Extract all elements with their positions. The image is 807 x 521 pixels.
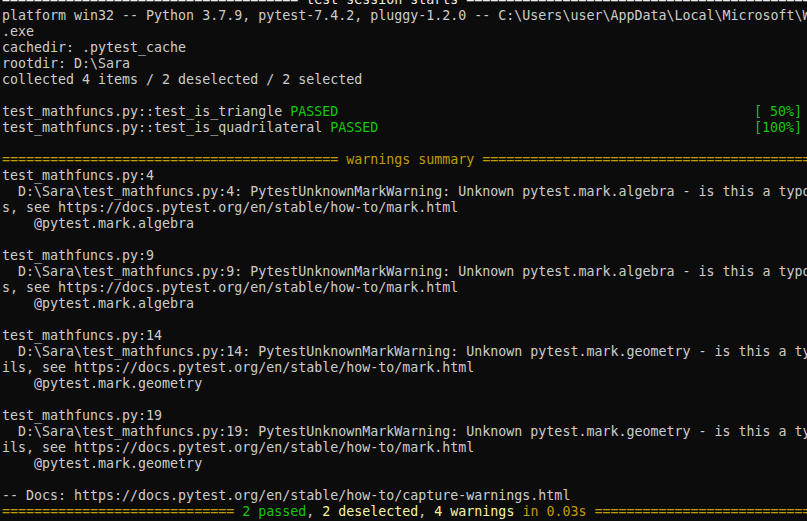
text-segment: rootdir: D:\Sara <box>2 56 130 71</box>
terminal-line: D:\Sara\test_mathfuncs.py:4: PytestUnkno… <box>2 184 807 200</box>
progress-percent: [100%] <box>754 120 802 136</box>
text-segment: PASSED <box>290 104 338 119</box>
text-segment: ils, see https://docs.pytest.org/en/stab… <box>2 440 474 455</box>
text-segment: platform win32 -- Python 3.7.9, pytest-7… <box>2 8 807 23</box>
terminal-line: @pytest.mark.algebra <box>2 296 807 312</box>
terminal-line: test_mathfuncs.py::test_is_quadrilateral… <box>2 120 807 136</box>
text-segment: test_mathfuncs.py:14 <box>2 328 162 343</box>
terminal-line: ============================= 2 passed, … <box>2 504 807 520</box>
text-segment: test_mathfuncs.py:19 <box>2 408 162 423</box>
terminal-line: test_mathfuncs.py:9 <box>2 248 807 264</box>
text-segment: in 0.03s <box>514 504 586 519</box>
terminal-line: @pytest.mark.geometry <box>2 376 807 392</box>
text-segment: D:\Sara\test_mathfuncs.py:9: PytestUnkno… <box>2 264 807 279</box>
text-segment: 2 deselected <box>322 504 418 519</box>
text-segment: ils, see https://docs.pytest.org/en/stab… <box>2 360 474 375</box>
terminal-line: @pytest.mark.algebra <box>2 216 807 232</box>
terminal-line: -- Docs: https://docs.pytest.org/en/stab… <box>2 488 807 504</box>
text-segment: ============================= <box>2 504 242 519</box>
terminal-line: cachedir: .pytest_cache <box>2 40 807 56</box>
text-segment: 2 passed <box>242 504 306 519</box>
terminal-line: ils, see https://docs.pytest.org/en/stab… <box>2 440 807 456</box>
terminal-line: test_mathfuncs.py:19 <box>2 408 807 424</box>
text-segment: test_mathfuncs.py::test_is_triangle <box>2 104 290 119</box>
text-segment: , <box>418 504 434 519</box>
terminal-line: ========================================… <box>2 152 807 168</box>
progress-percent: [ 50%] <box>754 104 802 120</box>
terminal-line: rootdir: D:\Sara <box>2 56 807 72</box>
terminal-line: D:\Sara\test_mathfuncs.py:9: PytestUnkno… <box>2 264 807 280</box>
text-segment: collected 4 items / 2 deselected / 2 sel… <box>2 72 362 87</box>
terminal-line: test_mathfuncs.py:14 <box>2 328 807 344</box>
terminal-line: s, see https://docs.pytest.org/en/stable… <box>2 280 807 296</box>
text-segment: s, see https://docs.pytest.org/en/stable… <box>2 280 458 295</box>
text-segment: -- Docs: https://docs.pytest.org/en/stab… <box>2 488 570 503</box>
text-segment: @pytest.mark.geometry <box>2 456 202 471</box>
text-segment: @pytest.mark.algebra <box>2 216 194 231</box>
text-segment: s, see https://docs.pytest.org/en/stable… <box>2 200 458 215</box>
text-segment: ===================================== te… <box>2 0 807 7</box>
terminal-line: D:\Sara\test_mathfuncs.py:14: PytestUnkn… <box>2 344 807 360</box>
text-segment: .exe <box>2 24 34 39</box>
terminal-line: ils, see https://docs.pytest.org/en/stab… <box>2 360 807 376</box>
terminal-line: D:\Sara\test_mathfuncs.py:19: PytestUnkn… <box>2 424 807 440</box>
text-segment: PASSED <box>330 120 378 135</box>
terminal-line: platform win32 -- Python 3.7.9, pytest-7… <box>2 8 807 24</box>
terminal-line <box>2 232 807 248</box>
terminal-line <box>2 392 807 408</box>
terminal-line <box>2 472 807 488</box>
terminal-line: s, see https://docs.pytest.org/en/stable… <box>2 200 807 216</box>
terminal-line: ===================================== te… <box>2 0 807 8</box>
terminal-line <box>2 88 807 104</box>
text-segment: @pytest.mark.geometry <box>2 376 202 391</box>
terminal-line: test_mathfuncs.py::test_is_triangle PASS… <box>2 104 807 120</box>
text-segment: , <box>306 504 322 519</box>
terminal-line: test_mathfuncs.py:4 <box>2 168 807 184</box>
terminal-line <box>2 136 807 152</box>
terminal-line: @pytest.mark.geometry <box>2 456 807 472</box>
text-segment: test_mathfuncs.py:4 <box>2 168 154 183</box>
text-segment: test_mathfuncs.py::test_is_quadrilateral <box>2 120 330 135</box>
text-segment: ========================================… <box>586 504 807 519</box>
text-segment: D:\Sara\test_mathfuncs.py:19: PytestUnkn… <box>2 424 807 439</box>
terminal-output: ===================================== te… <box>0 0 807 520</box>
terminal-line: .exe <box>2 24 807 40</box>
terminal-line: collected 4 items / 2 deselected / 2 sel… <box>2 72 807 88</box>
text-segment: cachedir: .pytest_cache <box>2 40 186 55</box>
text-segment: @pytest.mark.algebra <box>2 296 194 311</box>
text-segment: D:\Sara\test_mathfuncs.py:14: PytestUnkn… <box>2 344 807 359</box>
terminal-line <box>2 312 807 328</box>
text-segment: ========================================… <box>2 152 807 167</box>
text-segment: test_mathfuncs.py:9 <box>2 248 154 263</box>
text-segment: D:\Sara\test_mathfuncs.py:4: PytestUnkno… <box>2 184 807 199</box>
text-segment: 4 warnings <box>434 504 514 519</box>
terminal-window: ===================================== te… <box>0 0 807 521</box>
